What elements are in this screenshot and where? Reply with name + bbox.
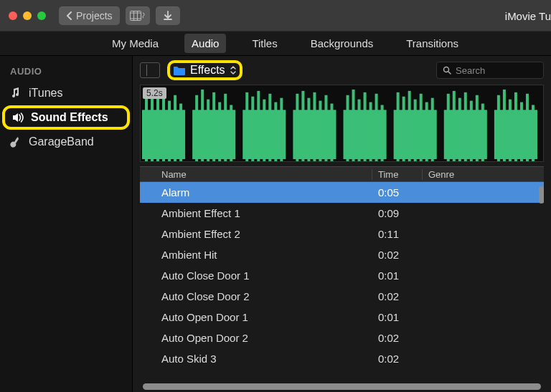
tab-titles[interactable]: Titles (245, 34, 284, 53)
tab-my-media[interactable]: My Media (105, 34, 166, 53)
cell-name: Ambient Effect 1 (140, 207, 372, 219)
filmstrip-icon (130, 11, 146, 21)
media-tabs: My Media Audio Titles Backgrounds Transi… (0, 32, 551, 56)
table-row[interactable]: Ambient Effect 2 0:11 (140, 224, 544, 244)
window-title: iMovie Tu (505, 0, 551, 32)
maximize-window[interactable] (37, 11, 46, 20)
sidebar-item-label: Sound Effects (31, 111, 108, 124)
table-row[interactable]: Alarm 0:05 (140, 182, 544, 203)
chevron-left-icon (66, 11, 73, 20)
library-content: Effects Search 5.2s (133, 56, 551, 392)
media-browser-button[interactable] (126, 6, 150, 25)
horizontal-scrollbar[interactable] (143, 383, 541, 390)
sidebar-toggle-button[interactable] (140, 62, 160, 78)
cell-name: Auto Skid 3 (140, 353, 372, 365)
cell-name: Auto Close Door 2 (140, 290, 372, 302)
back-label: Projects (76, 10, 113, 21)
tab-backgrounds[interactable]: Backgrounds (303, 34, 381, 53)
download-arrow-icon (163, 11, 173, 21)
column-name[interactable]: Name (140, 169, 372, 180)
music-note-icon (10, 87, 23, 99)
sidebar-item-label: iTunes (29, 87, 62, 100)
cell-name: Ambient Effect 2 (140, 228, 372, 240)
table-row[interactable]: Auto Open Door 1 0:01 (140, 307, 544, 328)
updown-caret-icon (230, 65, 237, 75)
column-genre[interactable]: Genre (422, 169, 544, 180)
sidebar-item-garageband[interactable]: GarageBand (0, 131, 132, 153)
search-icon (443, 66, 451, 75)
vertical-scrollbar[interactable] (539, 186, 544, 204)
library-header: Effects Search (133, 56, 551, 85)
minimize-window[interactable] (23, 11, 32, 20)
table-row[interactable]: Auto Close Door 2 0:02 (140, 286, 544, 307)
window-controls (9, 11, 46, 20)
waveform-scrubber[interactable] (141, 85, 543, 161)
svg-rect-0 (130, 11, 141, 20)
sidebar-item-sound-effects[interactable]: Sound Effects (2, 105, 130, 130)
tab-transitions[interactable]: Transitions (399, 34, 466, 53)
svg-line-6 (448, 72, 451, 74)
guitar-icon (10, 136, 23, 148)
cell-time: 0:09 (372, 207, 422, 219)
cell-name: Alarm (140, 186, 372, 199)
cell-time: 0:02 (372, 290, 422, 302)
horizontal-scrollbar-track (133, 382, 551, 392)
cell-name: Auto Open Door 1 (140, 311, 372, 323)
speaker-icon (12, 112, 25, 123)
table-row[interactable]: Ambient Hit 0:02 (140, 244, 544, 265)
cell-time: 0:11 (372, 228, 422, 240)
sidebar-item-itunes[interactable]: iTunes (0, 82, 132, 104)
search-field[interactable]: Search (436, 62, 544, 79)
category-dropdown[interactable]: Effects (167, 60, 242, 80)
table-row[interactable]: Auto Open Door 2 0:02 (140, 328, 544, 348)
cell-time: 0:02 (372, 249, 422, 261)
cell-time: 0:02 (372, 332, 422, 344)
cell-name: Auto Open Door 2 (140, 332, 372, 344)
cell-time: 0:01 (372, 311, 422, 323)
dropdown-label: Effects (190, 64, 225, 77)
table-body: Alarm 0:05 Ambient Effect 1 0:09 Ambient… (140, 182, 544, 382)
cell-name: Ambient Hit (140, 249, 372, 261)
table-header: Name Time Genre (140, 166, 544, 182)
folder-icon (173, 65, 186, 75)
cell-name: Auto Close Door 1 (140, 269, 372, 282)
waveform-preview: 5.2s (140, 85, 544, 162)
cell-time: 0:01 (372, 269, 422, 282)
titlebar: Projects iMovie Tu (0, 0, 551, 32)
close-window[interactable] (9, 11, 17, 20)
column-time[interactable]: Time (372, 169, 422, 180)
table-row[interactable]: Ambient Effect 1 0:09 (140, 203, 544, 224)
tab-audio[interactable]: Audio (184, 34, 226, 53)
sidebar-item-label: GarageBand (29, 135, 94, 148)
back-to-projects-button[interactable]: Projects (59, 6, 120, 25)
import-button[interactable] (156, 6, 180, 25)
search-placeholder: Search (456, 65, 485, 76)
audio-sidebar: AUDIO iTunes Sound Effects GarageBand (0, 56, 133, 392)
sound-effects-table: Name Time Genre Alarm 0:05 Ambient Effec… (140, 166, 544, 382)
preview-duration-badge: 5.2s (143, 87, 166, 99)
svg-point-5 (444, 67, 449, 72)
table-row[interactable]: Auto Skid 3 0:02 (140, 348, 544, 369)
cell-time: 0:05 (372, 186, 422, 199)
cell-time: 0:02 (372, 353, 422, 365)
sidebar-heading: AUDIO (0, 66, 132, 82)
main-area: AUDIO iTunes Sound Effects GarageBand (0, 56, 551, 392)
table-row[interactable]: Auto Close Door 1 0:01 (140, 265, 544, 286)
